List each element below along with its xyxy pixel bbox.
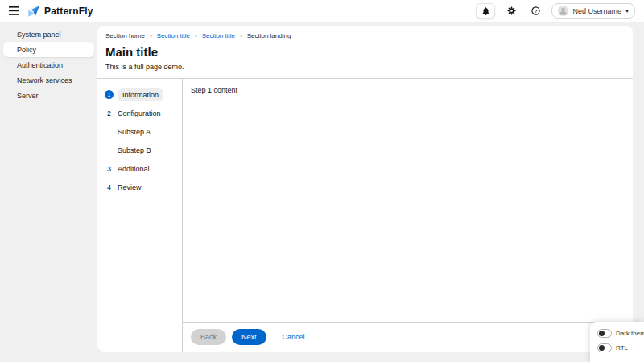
notifications-button[interactable] [476, 3, 495, 19]
dark-theme-label: Dark theme [616, 330, 644, 337]
breadcrumb-link[interactable]: Section title [202, 32, 235, 39]
wizard-step-information[interactable]: 1 Information [97, 85, 182, 104]
step-number: 2 [105, 109, 114, 117]
settings-button[interactable] [503, 3, 519, 19]
step-label: Additional [118, 165, 150, 173]
avatar [558, 6, 568, 16]
rtl-toggle[interactable]: RTL [597, 343, 644, 352]
step-label: Configuration [118, 109, 161, 117]
breadcrumb-separator-icon: › [195, 32, 197, 39]
user-name: Ned Username [572, 7, 621, 15]
wizard-substep-b[interactable]: Substep B [97, 141, 182, 159]
wizard-step-review[interactable]: 4 Review [97, 178, 182, 196]
breadcrumb-item: Section home [105, 32, 145, 39]
breadcrumb-link[interactable]: Section title [157, 32, 190, 39]
page-title: Main title [105, 45, 625, 59]
rtl-label: RTL [616, 344, 628, 352]
masthead: PatternFly [0, 0, 644, 22]
cancel-button[interactable]: Cancel [278, 329, 310, 345]
breadcrumb: Section home › Section title › Section t… [105, 32, 625, 39]
toggle-switch-icon [597, 329, 612, 338]
wizard-nav: 1 Information 2 Configuration Substep A … [97, 79, 183, 352]
step-number: 3 [105, 165, 114, 173]
step-label: Information [118, 88, 163, 101]
hamburger-icon [9, 6, 19, 15]
breadcrumb-item-current: Section landing [247, 32, 291, 39]
wizard-main: Step 1 content Back Next Cancel [183, 79, 633, 352]
theme-settings-panel: Dark theme RTL [590, 322, 644, 362]
main-content: Section home › Section title › Section t… [97, 26, 633, 352]
page-subtitle: This is a full page demo. [105, 63, 625, 71]
back-button[interactable]: Back [191, 329, 226, 345]
gear-icon [507, 6, 516, 15]
bell-icon [482, 7, 489, 15]
sidebar-item-system-panel[interactable]: System panel [3, 27, 94, 42]
brand-title: PatternFly [44, 6, 93, 17]
wizard-substep-a[interactable]: Substep A [97, 122, 182, 141]
sidebar: System panel Policy Authentication Netwo… [0, 22, 97, 362]
sidebar-item-policy[interactable]: Policy [3, 42, 94, 57]
wizard-step-additional[interactable]: 3 Additional [97, 159, 182, 178]
page-header: Section home › Section title › Section t… [97, 26, 633, 79]
sidebar-item-authentication[interactable]: Authentication [3, 57, 94, 72]
step-number-badge: 1 [105, 90, 114, 99]
next-button[interactable]: Next [232, 329, 266, 345]
breadcrumb-separator-icon: › [240, 32, 242, 39]
breadcrumb-separator-icon: › [150, 32, 152, 39]
step-label: Substep A [118, 128, 151, 136]
help-button[interactable]: ? [527, 3, 543, 19]
wizard-step-content: Step 1 content [183, 79, 633, 322]
sidebar-item-network-services[interactable]: Network services [3, 72, 94, 88]
wizard-step-configuration[interactable]: 2 Configuration [97, 104, 182, 122]
brand[interactable]: PatternFly [27, 5, 93, 18]
user-menu-button[interactable]: Ned Username ▾ [551, 3, 635, 19]
patternfly-logo-icon [27, 5, 40, 18]
step-label: Review [118, 183, 142, 191]
step-number: 4 [105, 183, 114, 191]
sidebar-item-server[interactable]: Server [3, 88, 94, 103]
svg-text:?: ? [535, 9, 538, 14]
question-circle-icon: ? [531, 6, 540, 15]
toggle-switch-icon [597, 343, 612, 352]
dark-theme-toggle[interactable]: Dark theme [597, 329, 644, 338]
step-label: Substep B [118, 146, 151, 154]
caret-down-icon: ▾ [625, 8, 629, 14]
wizard: 1 Information 2 Configuration Substep A … [97, 79, 633, 352]
wizard-footer: Back Next Cancel [183, 322, 633, 352]
nav-toggle-button[interactable] [3, 0, 24, 22]
